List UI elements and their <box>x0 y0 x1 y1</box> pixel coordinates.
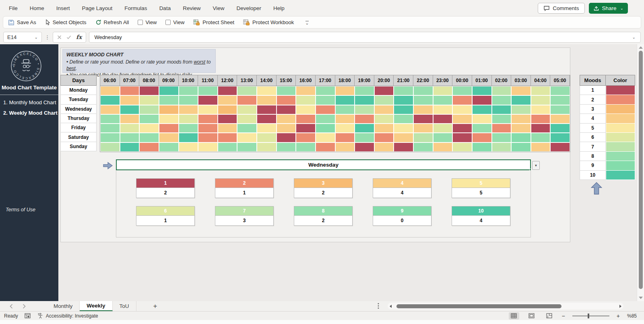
legend-mood-value[interactable]: 9 <box>580 161 606 170</box>
mood-cell[interactable] <box>335 124 355 133</box>
view-normal-button[interactable] <box>509 312 519 320</box>
mood-cell[interactable] <box>550 105 570 114</box>
hour-header-cell[interactable]: 03:00 <box>511 75 531 86</box>
mood-cell[interactable] <box>277 142 296 152</box>
chevron-down-icon[interactable]: ⌄ <box>620 6 623 10</box>
mood-cell[interactable] <box>492 124 512 133</box>
enter-check-icon[interactable] <box>66 35 71 39</box>
mood-cell[interactable] <box>511 114 531 124</box>
legend-mood-value[interactable]: 8 <box>580 152 606 161</box>
mood-cell[interactable] <box>237 133 257 142</box>
h-scroll-left-icon[interactable] <box>390 305 392 308</box>
mood-cell[interactable] <box>296 95 316 105</box>
mood-cell[interactable] <box>237 124 257 133</box>
insert-function-icon[interactable]: fx <box>76 34 82 40</box>
mood-cell[interactable] <box>120 114 140 124</box>
mood-cell[interactable] <box>355 124 374 133</box>
mood-cell[interactable] <box>139 124 159 133</box>
legend-color-swatch[interactable] <box>606 171 635 180</box>
mood-cell[interactable] <box>120 142 140 152</box>
menu-item-insert[interactable]: Insert <box>56 5 70 11</box>
mood-cell[interactable] <box>159 95 179 105</box>
more-options-kebab-icon[interactable]: ⋮ <box>45 34 50 40</box>
mood-cell[interactable] <box>355 114 374 124</box>
menu-item-data[interactable]: Data <box>159 5 171 11</box>
day-select-cell[interactable]: Wednesday <box>116 159 531 170</box>
mood-cell[interactable] <box>355 86 374 95</box>
mood-cell[interactable] <box>472 86 492 95</box>
menu-item-view[interactable]: View <box>213 5 224 11</box>
horizontal-scrollbar[interactable] <box>388 303 623 310</box>
horizontal-scroll-thumb[interactable] <box>396 304 561 308</box>
hour-header-cell[interactable]: 15:00 <box>277 75 296 86</box>
mood-cell[interactable] <box>179 105 198 114</box>
mood-cell[interactable] <box>452 133 472 142</box>
mood-cell[interactable] <box>492 86 512 95</box>
mood-cell[interactable] <box>413 114 433 124</box>
card-count[interactable]: 1 <box>215 188 273 198</box>
hour-header-cell[interactable]: 12:00 <box>218 75 237 86</box>
mood-cell[interactable] <box>296 105 316 114</box>
mood-cell[interactable] <box>433 114 453 124</box>
mood-cell[interactable] <box>355 95 374 105</box>
hour-header-cell[interactable]: 13:00 <box>237 75 257 86</box>
name-box[interactable]: E14 ⌄ <box>3 32 42 43</box>
mood-cell[interactable] <box>277 114 296 124</box>
mood-cell[interactable] <box>433 86 453 95</box>
legend-color-swatch[interactable] <box>606 95 635 104</box>
hour-header-cell[interactable]: 07:00 <box>120 75 140 86</box>
legend-color-swatch[interactable] <box>606 124 635 133</box>
zoom-slider[interactable] <box>572 316 609 316</box>
scroll-up-icon[interactable] <box>639 46 643 49</box>
card-count[interactable]: 2 <box>294 188 352 198</box>
hour-header-cell[interactable]: 01:00 <box>472 75 492 86</box>
tab-nav-left-icon[interactable] <box>10 304 13 309</box>
checkbox-icon[interactable] <box>165 20 171 25</box>
legend-mood-value[interactable]: 3 <box>580 105 606 114</box>
mood-cell[interactable] <box>218 133 237 142</box>
mood-cell[interactable] <box>139 133 159 142</box>
mood-cell[interactable] <box>296 142 316 152</box>
mood-cell[interactable] <box>179 95 198 105</box>
mood-cell[interactable] <box>316 133 335 142</box>
mood-cell[interactable] <box>139 95 159 105</box>
hour-header-cell[interactable]: 21:00 <box>394 75 413 86</box>
legend-mood-value[interactable]: 1 <box>580 86 606 95</box>
hour-header-cell[interactable]: 18:00 <box>335 75 355 86</box>
hour-header-cell[interactable]: 11:00 <box>198 75 218 86</box>
mood-cell[interactable] <box>433 124 453 133</box>
mood-cell[interactable] <box>472 105 492 114</box>
mood-cell[interactable] <box>218 86 237 95</box>
mood-cell[interactable] <box>257 133 277 142</box>
mood-cell[interactable] <box>277 86 296 95</box>
vertical-scroll-thumb[interactable] <box>639 51 643 289</box>
zoom-out-button[interactable]: − <box>562 313 565 319</box>
mood-cell[interactable] <box>452 114 472 124</box>
mood-cell[interactable] <box>316 124 335 133</box>
select-objects-button[interactable]: Select Objects <box>45 19 87 26</box>
mood-cell[interactable] <box>394 105 413 114</box>
mood-cell[interactable] <box>257 142 277 152</box>
card-mood-header[interactable]: 7 <box>215 206 273 216</box>
mood-cell[interactable] <box>120 124 140 133</box>
mood-cell[interactable] <box>531 124 551 133</box>
sidebar-item-1-monthly-mood-chart[interactable]: 1. Monthly Mood Chart <box>0 95 58 105</box>
share-button[interactable]: Share ⌄ <box>589 3 628 14</box>
mood-cell[interactable] <box>550 142 570 152</box>
mood-cell[interactable] <box>179 142 198 152</box>
menu-item-home[interactable]: Home <box>30 5 44 11</box>
hour-header-cell[interactable]: 04:00 <box>531 75 551 86</box>
mood-cell[interactable] <box>198 133 218 142</box>
hour-header-cell[interactable]: 20:00 <box>374 75 394 86</box>
mood-cell[interactable] <box>159 105 179 114</box>
protect-workbook-button[interactable]: Protect Workbook <box>243 19 294 26</box>
mood-cell[interactable] <box>316 142 335 152</box>
hour-header-cell[interactable]: 02:00 <box>492 75 512 86</box>
mood-cell[interactable] <box>139 142 159 152</box>
sheet-options-kebab-icon[interactable] <box>378 303 379 309</box>
mood-cell[interactable] <box>139 86 159 95</box>
mood-cell[interactable] <box>335 114 355 124</box>
mood-cell[interactable] <box>413 105 433 114</box>
card-count[interactable]: 5 <box>452 188 510 198</box>
mood-cell[interactable] <box>159 124 179 133</box>
